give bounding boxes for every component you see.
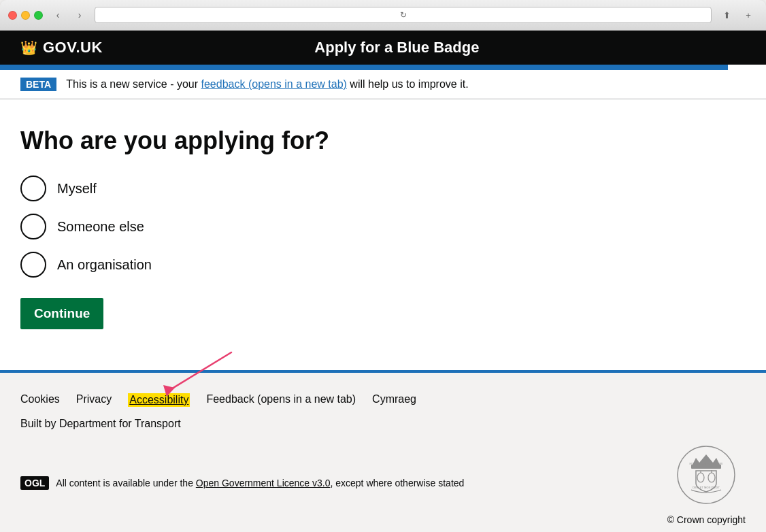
browser-navigation: ‹ ›	[48, 7, 89, 22]
footer-licence: OGL All content is available under the O…	[20, 476, 464, 490]
page-wrapper: 👑 GOV.UK Apply for a Blue Badge BETA Thi…	[0, 31, 766, 532]
browser-actions: ⬆ +	[717, 7, 758, 22]
svg-point-6	[708, 473, 715, 482]
footer-links: Cookies Privacy Accessibility Feedback (…	[20, 393, 746, 407]
main-content: Who are you applying for? Myself Someone…	[0, 99, 766, 370]
footer-built-by: Built by Department for Transport	[20, 418, 746, 430]
continue-button[interactable]: Continue	[20, 298, 103, 329]
footer-link-cookies[interactable]: Cookies	[20, 393, 60, 407]
footer-link-accessibility[interactable]: Accessibility	[128, 393, 190, 407]
address-bar[interactable]: ↻	[95, 7, 712, 23]
beta-text-before: This is a new service - your	[66, 78, 201, 90]
traffic-lights	[8, 11, 43, 20]
beta-text-after: will help us to improve it.	[350, 78, 468, 90]
footer-link-cymraeg[interactable]: Cymraeg	[372, 393, 416, 407]
question-title: Who are you applying for?	[20, 127, 746, 155]
minimize-button[interactable]	[21, 11, 30, 20]
annotation-container: Cookies Privacy Accessibility Feedback (…	[20, 393, 746, 407]
radio-circle-organisation[interactable]	[20, 252, 46, 278]
page-title: Apply for a Blue Badge	[314, 39, 479, 56]
crown-icon: 👑	[20, 39, 37, 56]
refresh-icon: ↻	[400, 10, 407, 20]
footer-link-feedback[interactable]: Feedback (opens in a new tab)	[206, 393, 356, 407]
ogl-logo: OGL	[20, 476, 49, 490]
footer-link-privacy[interactable]: Privacy	[76, 393, 112, 407]
forward-button[interactable]: ›	[70, 7, 89, 22]
radio-item-organisation[interactable]: An organisation	[20, 252, 746, 278]
close-button[interactable]	[8, 11, 17, 20]
footer-bottom: OGL All content is available under the O…	[20, 441, 746, 525]
coat-of-arms-icon: DIEU ET MON DROIT HONI SOIT QUI MAL Y PE…	[672, 441, 740, 509]
footer-right: DIEU ET MON DROIT HONI SOIT QUI MAL Y PE…	[667, 441, 746, 525]
radio-label-myself: Myself	[57, 181, 97, 197]
gov-logo-text: GOV.UK	[43, 39, 103, 56]
svg-text:HONI SOIT QUI MAL Y PENSE: HONI SOIT QUI MAL Y PENSE	[690, 463, 724, 465]
licence-link[interactable]: Open Government Licence v3.0	[196, 478, 331, 488]
maximize-button[interactable]	[34, 11, 43, 20]
svg-text:DIEU ET MON DROIT: DIEU ET MON DROIT	[693, 486, 720, 489]
radio-label-organisation: An organisation	[57, 257, 152, 273]
share-button[interactable]: ⬆	[717, 7, 736, 22]
radio-label-someone-else: Someone else	[57, 219, 144, 235]
radio-item-someone-else[interactable]: Someone else	[20, 214, 746, 239]
svg-point-4	[697, 473, 704, 482]
beta-tag: BETA	[20, 78, 56, 91]
gov-header: 👑 GOV.UK Apply for a Blue Badge	[0, 31, 766, 65]
gov-logo[interactable]: 👑 GOV.UK	[20, 39, 103, 56]
beta-banner: BETA This is a new service - your feedba…	[0, 70, 766, 99]
gov-footer: Cookies Privacy Accessibility Feedback (…	[0, 370, 766, 532]
progress-bar	[0, 65, 728, 70]
radio-group: Myself Someone else An organisation	[20, 176, 746, 278]
feedback-link[interactable]: feedback (opens in a new tab)	[201, 78, 347, 90]
browser-toolbar: ‹ › ↻ ⬆ +	[0, 0, 766, 31]
radio-circle-someone-else[interactable]	[20, 214, 46, 239]
back-button[interactable]: ‹	[48, 7, 67, 22]
crown-copyright: © Crown copyright	[667, 514, 746, 525]
licence-text: All content is available under the Open …	[56, 478, 464, 488]
add-tab-button[interactable]: +	[739, 7, 758, 22]
radio-circle-myself[interactable]	[20, 176, 46, 201]
radio-item-myself[interactable]: Myself	[20, 176, 746, 201]
